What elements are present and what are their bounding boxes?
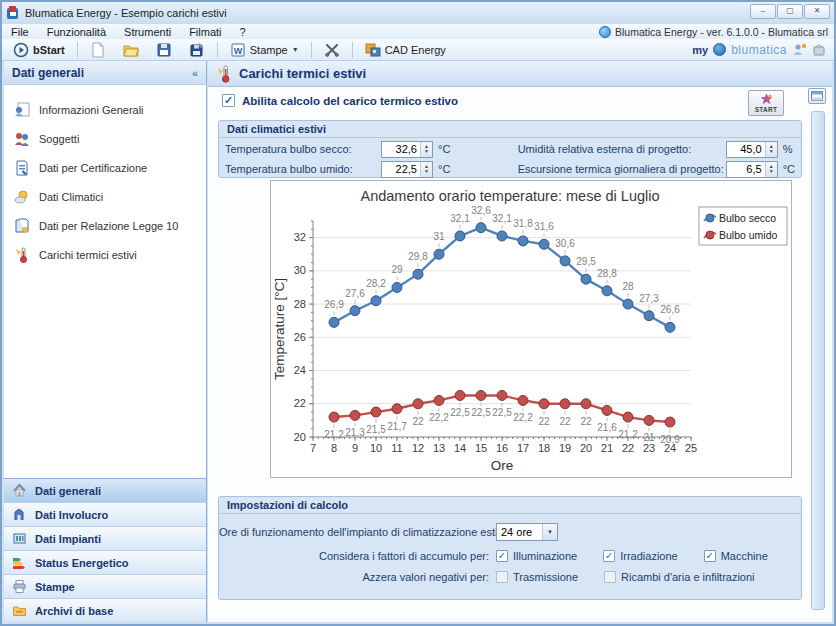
accumulo-label: Considera i fattori di accumulo per: <box>219 550 489 562</box>
cart-icon[interactable] <box>812 43 826 57</box>
svg-text:W: W <box>234 46 243 56</box>
menu-file[interactable]: File <box>2 25 38 39</box>
checkbox-icon[interactable] <box>496 571 508 583</box>
menu-funzionalita[interactable]: Funzionalità <box>38 25 115 39</box>
checkbox-ricambi-aria[interactable]: Ricambi d'aria e infiltrazioni <box>604 571 755 583</box>
field-bulbo-secco: Temperatura bulbo secco: 32,6 ▲▼ °C <box>225 141 470 157</box>
sidebar-item-label: Dati per Relazione Legge 10 <box>39 220 178 232</box>
svg-text:30: 30 <box>294 264 306 276</box>
sidebar-item-dati-relazione-legge-10[interactable]: Dati per Relazione Legge 10 <box>4 211 206 240</box>
checkbox-macchine[interactable]: ✓ Macchine <box>704 550 768 562</box>
bstart-button[interactable]: bStart <box>6 40 72 60</box>
field-escursione: Escursione termica giornaliera di proget… <box>470 161 795 177</box>
sidebar-item-dati-per-certificazione[interactable]: Dati per Certificazione <box>4 153 206 182</box>
house-icon <box>12 483 27 498</box>
climate-groupbox: Dati climatici estivi Temperatura bulbo … <box>218 120 802 178</box>
bulbo-umido-spinner[interactable]: 22,5 ▲▼ <box>381 161 433 178</box>
menu-bar: File Funzionalità Strumenti Filmati ? Bl… <box>2 24 834 39</box>
sidebar-section-status-energetico[interactable]: Status Energetico <box>4 550 206 574</box>
svg-text:22: 22 <box>294 397 306 409</box>
spin-down-icon[interactable]: ▼ <box>424 149 429 154</box>
enable-calc-row: ✓ Abilita calcolo del carico termico est… <box>222 94 458 107</box>
checkbox-irradiazione[interactable]: ✓ Irradiazione <box>603 550 677 562</box>
save-as-floppy-icon <box>189 42 205 58</box>
svg-text:22,2: 22,2 <box>513 412 533 423</box>
svg-text:28,8: 28,8 <box>597 268 617 279</box>
sidebar-section-stampe[interactable]: Stampe <box>4 574 206 598</box>
stampe-button[interactable]: W Stampe ▼ <box>223 40 306 60</box>
sidebar-item-label: Dati per Certificazione <box>39 162 147 174</box>
report-documents-icon <box>14 218 30 234</box>
menu-filmati[interactable]: Filmati <box>180 25 230 39</box>
svg-text:21,2: 21,2 <box>324 429 344 440</box>
collapse-chevron-icon[interactable]: « <box>192 67 198 79</box>
sidebar-item-carichi-termici-estivi[interactable]: Carichi termici estivi <box>4 240 206 269</box>
azzera-label: Azzera valori negativi per: <box>219 571 489 583</box>
toolbar-separator <box>217 42 218 58</box>
checkbox-trasmissione[interactable]: Trasmissione <box>496 571 578 583</box>
save-as-button[interactable] <box>182 40 212 60</box>
field-value: 45,0 <box>727 142 765 157</box>
save-button[interactable] <box>149 40 179 60</box>
sidebar-section-dati-impianti[interactable]: Dati Impianti <box>4 526 206 550</box>
spin-down-icon[interactable]: ▼ <box>769 169 774 174</box>
svg-text:32,6: 32,6 <box>471 205 491 216</box>
svg-text:14: 14 <box>454 442 466 454</box>
hvac-system-icon <box>12 531 27 546</box>
option-label: Ricambi d'aria e infiltrazioni <box>621 571 755 583</box>
sidebar-item-informazioni-generali[interactable]: Informazioni Generali <box>4 95 206 124</box>
open-button[interactable] <box>116 40 146 60</box>
enable-calc-label: Abilita calcolo del carico termico estiv… <box>242 95 458 107</box>
toolbar-separator <box>77 42 78 58</box>
checkbox-icon[interactable]: ✓ <box>603 550 615 562</box>
hours-dropdown[interactable]: 24 ore ▼ <box>496 523 558 541</box>
summer-thermometer-icon <box>216 65 232 83</box>
people-icon <box>14 131 30 147</box>
sun-cloud-icon <box>14 189 30 205</box>
tools-button[interactable] <box>317 40 347 60</box>
panel-toggle-button[interactable] <box>808 88 826 104</box>
spin-down-icon[interactable]: ▼ <box>424 169 429 174</box>
checkbox-icon[interactable]: ✓ <box>704 550 716 562</box>
bulbo-secco-spinner[interactable]: 32,6 ▲▼ <box>381 141 433 158</box>
menu-help[interactable]: ? <box>231 25 255 39</box>
new-button[interactable] <box>83 40 113 60</box>
sidebar-section-dati-involucro[interactable]: Dati Involucro <box>4 502 206 526</box>
minimize-button[interactable]: – <box>750 4 776 19</box>
dropdown-arrow-icon[interactable]: ▼ <box>542 524 557 540</box>
collapsed-side-panel[interactable] <box>811 111 825 610</box>
sidebar-item-soggetti[interactable]: Soggetti <box>4 124 206 153</box>
cad-energy-button[interactable]: CAD Energy <box>358 40 453 60</box>
enable-calc-checkbox[interactable]: ✓ <box>222 94 235 107</box>
svg-text:21: 21 <box>643 432 655 443</box>
main-content: Carichi termici estivi ✓ Abilita calcolo… <box>208 61 832 622</box>
toolbar-separator <box>311 42 312 58</box>
start-button[interactable]: START <box>748 90 784 116</box>
escursione-spinner[interactable]: 6,5 ▲▼ <box>726 161 778 178</box>
sidebar-section-archivi-di-base[interactable]: Archivi di base <box>4 598 206 622</box>
sidebar-section-dati-generali[interactable]: Dati generali <box>4 478 206 502</box>
menu-strumenti[interactable]: Strumenti <box>115 25 180 39</box>
checkbox-illuminazione[interactable]: ✓ Illuminazione <box>496 550 577 562</box>
svg-text:17: 17 <box>517 442 529 454</box>
svg-text:9: 9 <box>352 442 358 454</box>
spin-down-icon[interactable]: ▼ <box>769 149 774 154</box>
svg-text:10: 10 <box>370 442 382 454</box>
umidita-spinner[interactable]: 45,0 ▲▼ <box>726 141 778 158</box>
checkbox-icon[interactable] <box>604 571 616 583</box>
page-title: Carichi termici estivi <box>239 66 366 81</box>
option-label: Macchine <box>721 550 768 562</box>
close-button[interactable]: ✕ <box>804 4 830 19</box>
sidebar-item-dati-climatici[interactable]: Dati Climatici <box>4 182 206 211</box>
svg-text:Bulbo secco: Bulbo secco <box>719 212 776 224</box>
hours-value: 24 ore <box>497 524 542 540</box>
svg-text:22,5: 22,5 <box>492 407 512 418</box>
field-bulbo-umido: Temperatura bulbo umido: 22,5 ▲▼ °C <box>225 161 470 177</box>
maximize-button[interactable]: ▢ <box>777 4 803 19</box>
field-unit: °C <box>438 143 450 155</box>
bstart-label: bStart <box>33 44 65 56</box>
sidebar-section-label: Dati generali <box>35 485 101 497</box>
user-account-icon[interactable] <box>792 43 807 57</box>
checkbox-icon[interactable]: ✓ <box>496 550 508 562</box>
field-value: 32,6 <box>382 142 420 157</box>
